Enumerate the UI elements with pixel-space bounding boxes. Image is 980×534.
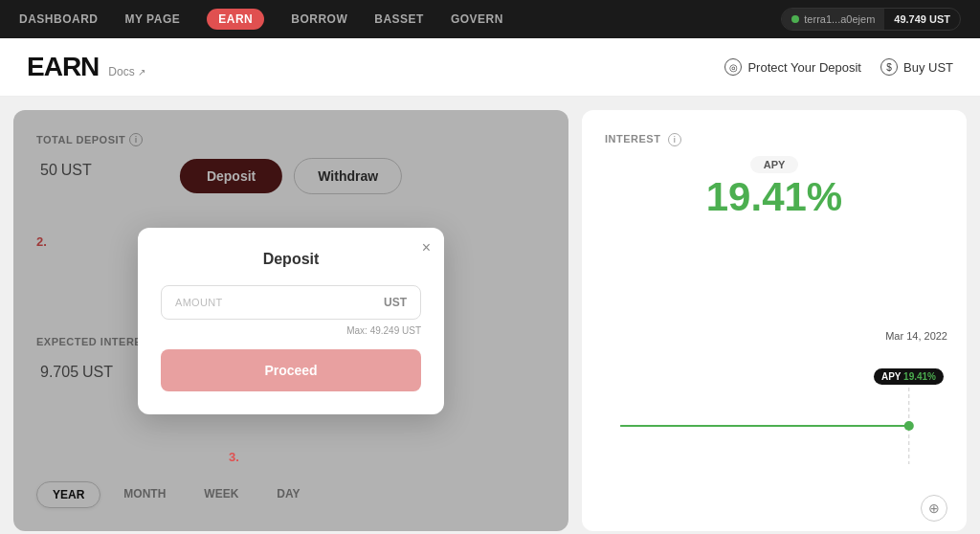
apy-container: APY 19.41%	[605, 156, 944, 217]
chart-line-container	[601, 388, 947, 464]
right-panel: INTEREST i APY 19.41% Mar 14, 2022 APY 1…	[582, 110, 967, 531]
nav-govern[interactable]: GOVERN	[451, 12, 503, 26]
nav-earn[interactable]: EARN	[207, 9, 264, 30]
wallet-address: terra1...a0ejem	[782, 9, 884, 30]
wallet-connected-dot	[791, 15, 799, 23]
proceed-button[interactable]: Proceed	[161, 349, 421, 391]
svg-point-2	[904, 421, 914, 431]
nav-links: DASHBOARD MY PAGE EARN BORROW bASSET GOV…	[19, 9, 503, 30]
modal-title: Deposit	[161, 251, 421, 268]
modal-overlay: 3. × Deposit AMOUNT UST Max: 49.249 UST …	[13, 110, 568, 531]
chart-svg	[601, 388, 947, 464]
page-header: EARN Docs ↗ ◎ Protect Your Deposit $ Buy…	[0, 38, 980, 97]
main-content: TOTAL DEPOSIT i 50UST 2. Deposit Withdra…	[0, 97, 980, 534]
interest-info-icon[interactable]: i	[668, 133, 681, 146]
expand-button[interactable]: ⊕	[921, 495, 947, 522]
interest-label: INTEREST i	[605, 133, 944, 146]
dollar-icon: $	[880, 58, 898, 76]
page-title: EARN	[27, 52, 99, 82]
apy-tag: APY 19.41%	[874, 368, 944, 385]
page-title-area: EARN Docs ↗	[27, 52, 145, 82]
amount-currency: UST	[384, 296, 407, 309]
amount-placeholder: AMOUNT	[175, 297, 384, 308]
apy-bubble: APY	[750, 156, 799, 173]
max-amount-label: Max: 49.249 UST	[161, 325, 421, 336]
nav-basset[interactable]: bASSET	[374, 12, 424, 26]
top-navigation: DASHBOARD MY PAGE EARN BORROW bASSET GOV…	[0, 0, 980, 38]
left-panel: TOTAL DEPOSIT i 50UST 2. Deposit Withdra…	[13, 110, 568, 531]
docs-link[interactable]: Docs ↗	[108, 65, 145, 78]
amount-input-row[interactable]: AMOUNT UST	[161, 285, 421, 320]
chart-date: Mar 14, 2022	[885, 330, 947, 342]
apy-value: 19.41%	[706, 177, 842, 217]
step-3-label: 3.	[229, 450, 239, 464]
modal-close-button[interactable]: ×	[422, 239, 431, 256]
wallet-badge[interactable]: terra1...a0ejem 49.749 UST	[781, 8, 961, 31]
protect-deposit-button[interactable]: ◎ Protect Your Deposit	[724, 58, 861, 76]
wallet-balance: 49.749 UST	[884, 9, 960, 30]
nav-borrow[interactable]: BORROW	[291, 12, 347, 26]
header-actions: ◎ Protect Your Deposit $ Buy UST	[724, 58, 953, 76]
chart-area: Mar 14, 2022 APY 19.41%	[582, 340, 967, 493]
nav-mypage[interactable]: MY PAGE	[125, 12, 181, 26]
shield-icon: ◎	[724, 58, 742, 76]
buy-ust-button[interactable]: $ Buy UST	[880, 58, 953, 76]
deposit-modal: × Deposit AMOUNT UST Max: 49.249 UST Pro…	[138, 228, 444, 414]
nav-dashboard[interactable]: DASHBOARD	[19, 12, 99, 26]
